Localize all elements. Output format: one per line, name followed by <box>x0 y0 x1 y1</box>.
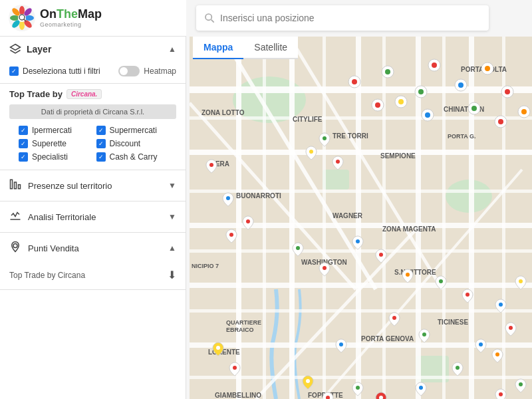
svg-point-123 <box>519 382 523 386</box>
punti-header[interactable]: Punti Vendita ▲ <box>0 233 186 263</box>
svg-text:GIAMBELLINO: GIAMBELLINO <box>215 392 261 399</box>
svg-rect-34 <box>469 37 474 399</box>
svg-point-71 <box>432 63 437 68</box>
presenze-header-left: Presenze sul territorio <box>9 178 112 193</box>
logo-brand: OnTheMap <box>40 8 102 21</box>
svg-text:TICINESE: TICINESE <box>438 319 468 326</box>
filter-grid: Ipermercati Supermercati Superette Disco… <box>9 126 176 162</box>
deselect-checkbox[interactable] <box>9 66 19 76</box>
svg-point-108 <box>392 316 396 320</box>
svg-point-2 <box>10 15 19 21</box>
presenze-header[interactable]: Presenze sul territorio ▼ <box>0 170 186 201</box>
layer-icon <box>9 43 21 55</box>
svg-point-89 <box>498 119 503 124</box>
svg-point-87 <box>471 106 477 111</box>
filter-ipermercati-label: Ipermercati <box>32 126 72 135</box>
tab-mappa[interactable]: Mappa <box>193 37 243 59</box>
heatmap-toggle[interactable]: Heatmap <box>118 66 176 76</box>
svg-line-13 <box>211 20 214 23</box>
svg-point-100 <box>323 266 327 270</box>
svg-point-97 <box>226 196 230 200</box>
cb-supermercati[interactable] <box>96 126 106 135</box>
punti-icon <box>9 241 21 255</box>
svg-point-95 <box>309 150 313 154</box>
svg-text:ZONA MAGENTA: ZONA MAGENTA <box>382 225 436 233</box>
logo-on: On <box>40 7 57 21</box>
filter-ipermercati[interactable]: Ipermercati <box>19 126 90 135</box>
svg-point-75 <box>485 66 490 71</box>
punti-header-left: Punti Vendita <box>9 241 79 255</box>
layer-section: Layer ▲ Deseleziona tutti i filtri Heatm… <box>0 37 186 84</box>
heatmap-label: Heatmap <box>144 66 176 76</box>
filter-cash-carry-label: Cash & Carry <box>110 152 158 162</box>
svg-rect-16 <box>15 182 17 189</box>
svg-point-107 <box>519 279 523 283</box>
svg-point-94 <box>323 136 327 140</box>
presenze-chevron-icon: ▼ <box>168 181 176 190</box>
logo-text: OnTheMap Geomarketing <box>40 8 102 28</box>
svg-point-79 <box>418 89 424 94</box>
svg-point-1 <box>19 6 25 15</box>
svg-point-101 <box>356 239 360 243</box>
svg-point-117 <box>306 379 310 383</box>
svg-rect-38 <box>190 309 532 313</box>
svg-text:EBRAICO: EBRAICO <box>226 327 254 333</box>
download-button[interactable]: ⬇ <box>168 269 176 281</box>
svg-rect-41 <box>323 37 326 399</box>
presenze-label: Presenze sul territorio <box>28 181 112 191</box>
analisi-header-left: Analisi Territoriale <box>9 209 96 224</box>
filter-discount[interactable]: Discount <box>96 139 168 148</box>
svg-point-67 <box>352 79 357 84</box>
svg-point-4 <box>19 21 25 30</box>
svg-point-121 <box>419 386 423 390</box>
filter-supermercati[interactable]: Supermercati <box>96 126 168 135</box>
filter-discount-label: Discount <box>110 139 141 148</box>
svg-marker-14 <box>11 45 21 51</box>
svg-text:TRE TORRI: TRE TORRI <box>332 132 368 140</box>
layer-label: Layer <box>27 44 51 55</box>
analisi-icon <box>9 209 21 224</box>
svg-point-98 <box>246 219 250 223</box>
layer-header-left: Layer <box>9 43 51 55</box>
svg-text:NICIPIO 7: NICIPIO 7 <box>192 263 219 269</box>
search-input[interactable] <box>220 13 481 23</box>
circana-badge: Circana. <box>66 89 102 99</box>
punti-section: Punti Vendita ▲ Top Trade by Circana ⬇ <box>0 233 186 290</box>
layer-section-header[interactable]: Layer ▲ <box>0 37 186 62</box>
map-svg: ZONA LOTTO FIERA CITYLIFE TRE TORRI SEMP… <box>190 37 532 399</box>
presenze-icon <box>9 178 21 193</box>
heatmap-switch[interactable] <box>118 66 140 76</box>
svg-point-85 <box>425 112 430 118</box>
cb-specialisti[interactable] <box>19 152 28 162</box>
cb-cash-carry[interactable] <box>96 152 106 162</box>
cb-discount[interactable] <box>96 139 106 148</box>
analisi-label: Analisi Territoriale <box>28 212 96 222</box>
top-trade-header: Top Trade by Circana. <box>9 89 176 99</box>
cb-ipermercati[interactable] <box>19 126 28 135</box>
filter-superette-label: Superette <box>32 139 66 148</box>
tab-satellite[interactable]: Satellite <box>243 37 298 59</box>
filter-specialisti-label: Specialisti <box>32 152 68 162</box>
svg-point-119 <box>356 386 360 390</box>
filter-cash-carry[interactable]: Cash & Carry <box>96 152 168 162</box>
svg-point-99 <box>296 246 300 250</box>
svg-point-96 <box>336 160 340 164</box>
analisi-header[interactable]: Analisi Territoriale ▼ <box>0 201 186 232</box>
map-area[interactable]: ZONA LOTTO FIERA CITYLIFE TRE TORRI SEMP… <box>190 37 532 399</box>
punti-download-label: Top Trade by Circana <box>9 271 85 280</box>
layer-chevron-icon: ▲ <box>168 45 176 54</box>
svg-point-73 <box>458 82 464 88</box>
svg-point-93 <box>229 233 233 237</box>
filter-superette[interactable]: Superette <box>19 139 90 148</box>
data-property-button[interactable]: Dati di proprietà di Circana S.r.l. <box>9 104 176 119</box>
svg-rect-42 <box>382 37 386 399</box>
svg-point-19 <box>13 244 17 248</box>
svg-rect-15 <box>11 180 13 189</box>
filter-specialisti[interactable]: Specialisti <box>19 152 90 162</box>
svg-text:SEMPIONE: SEMPIONE <box>380 152 416 160</box>
top-trade-label: Top Trade by <box>9 89 63 99</box>
svg-point-105 <box>466 293 469 297</box>
svg-rect-40 <box>263 37 266 399</box>
svg-point-111 <box>509 326 513 330</box>
cb-superette[interactable] <box>19 139 28 148</box>
